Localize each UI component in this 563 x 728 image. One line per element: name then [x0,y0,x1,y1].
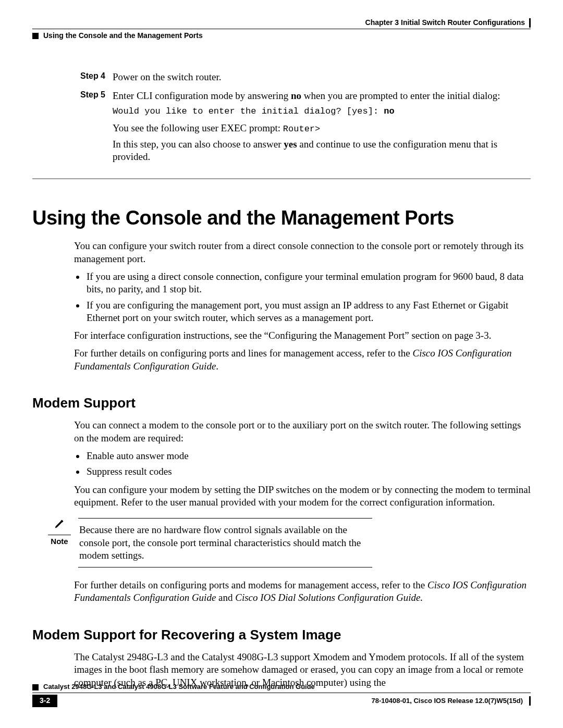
note-body: Because there are no hardware flow contr… [78,518,372,567]
text: In this step, you can also choose to ans… [113,139,284,150]
step-4-text: Power on the switch router. [113,71,531,83]
paragraph: For further details on configuring ports… [74,347,531,373]
note-label: Note [48,536,71,546]
text-bold: no [291,90,301,101]
text: Enter CLI configuration mode by answerin… [113,90,291,101]
text-italic: Cisco IOS Dial Solutions Configuration G… [235,592,423,603]
step-label: Step 5 [74,90,105,166]
footer-rule [32,693,531,693]
text: . [216,361,218,372]
header-chapter: Chapter 3 Initial Switch Router Configur… [365,18,525,28]
step-5: Step 5 Enter CLI configuration mode by a… [74,90,531,166]
step-label: Step 4 [74,71,105,87]
note: Note Because there are no hardware flow … [48,518,531,567]
pencil-icon [54,521,65,532]
step-5-line3: In this step, you can also choose to ans… [113,138,531,164]
header-bar-icon [529,18,531,28]
text: and [216,592,235,603]
step-5-line1: Enter CLI configuration mode by answerin… [113,90,531,102]
cli-prompt: Router> [283,124,320,134]
header-subline: Using the Console and the Management Por… [32,31,531,41]
paragraph: You can connect a modem to the console p… [74,419,531,445]
step-5-cli: Would you like to enter the initial dial… [113,106,531,117]
step-5-line2: You see the following user EXEC prompt: … [113,122,531,135]
list-item: If you are using a direct console connec… [85,270,531,296]
list-item: Suppress result codes [85,465,531,478]
bullet-list: If you are using a direct console connec… [74,270,531,324]
cli-bold: no [384,106,394,116]
footer-bar-icon [529,696,531,706]
running-footer: Catalyst 2948G-L3 and Catalyst 4908G-L3 … [32,683,531,707]
note-gutter: Note [48,518,71,567]
section-heading: Using the Console and the Management Por… [32,205,531,231]
text: For further details on configuring ports… [74,579,427,590]
paragraph: You can configure your switch router fro… [74,240,531,265]
text: You see the following user EXEC prompt: [113,122,283,133]
square-icon [32,33,39,39]
page: Chapter 3 Initial Switch Router Configur… [0,0,563,728]
square-icon [32,684,39,690]
text-bold: yes [284,139,297,150]
subsection-heading: Modem Support for Recovering a System Im… [32,626,531,644]
subsection-heading: Modem Support [32,394,531,412]
paragraph: You can configure your modem by setting … [74,484,531,509]
header-section: Using the Console and the Management Por… [43,31,203,41]
header-rule [32,29,531,29]
body: Step 4 Power on the switch router. Step … [32,71,531,689]
text: For further details on configuring ports… [74,348,412,359]
paragraph: For interface configuration instructions… [74,329,531,342]
note-short-rule [48,535,71,535]
list-item: Enable auto answer mode [85,450,531,462]
footer-book-title: Catalyst 2948G-L3 and Catalyst 4908G-L3 … [43,683,315,692]
cli-text: Would you like to enter the initial dial… [113,106,384,116]
paragraph: For further details on configuring ports… [74,579,531,604]
running-header: Chapter 3 Initial Switch Router Configur… [32,18,531,28]
step-body: Enter CLI configuration mode by answerin… [113,90,531,166]
step-4: Step 4 Power on the switch router. [74,71,531,87]
bullet-list: Enable auto answer mode Suppress result … [74,450,531,478]
step-body: Power on the switch router. [113,71,531,87]
list-item: If you are configuring the management po… [85,299,531,325]
page-number-badge: 3-2 [32,695,57,707]
steps-end-rule [32,178,531,179]
text: when you are prompted to enter the initi… [301,90,500,101]
footer-release: 78-10408-01, Cisco IOS Release 12.0(7)W5… [372,697,523,706]
